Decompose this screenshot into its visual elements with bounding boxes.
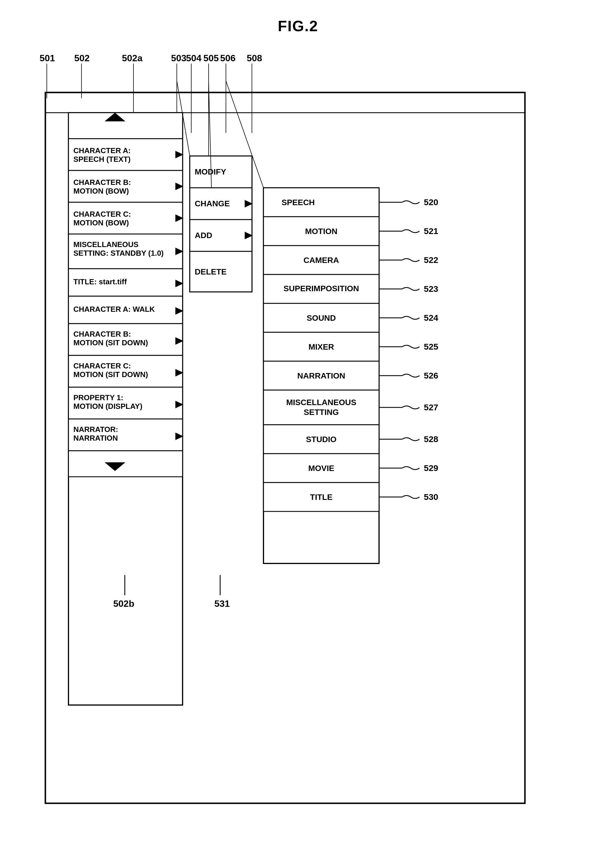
svg-line-124 — [209, 81, 211, 188]
svg-text:502a: 502a — [122, 53, 142, 63]
svg-text:529: 529 — [424, 463, 438, 473]
svg-rect-46 — [68, 356, 183, 387]
svg-rect-17 — [45, 93, 525, 113]
svg-text:503: 503 — [171, 53, 186, 63]
svg-rect-75 — [264, 217, 379, 246]
svg-text:521: 521 — [424, 226, 438, 236]
svg-text:501: 501 — [40, 53, 55, 63]
svg-rect-72 — [264, 188, 379, 564]
svg-text:CHARACTER B:: CHARACTER B: — [74, 330, 131, 338]
svg-text:MOTION (SIT DOWN): MOTION (SIT DOWN) — [74, 370, 148, 379]
svg-rect-28 — [68, 202, 183, 234]
svg-text:MOTION: MOTION — [305, 227, 338, 236]
svg-text:530: 530 — [424, 492, 438, 502]
annotations-svg: 501 502 502a 503 504 505 506 508 — [24, 46, 572, 855]
svg-text:NARRATION: NARRATION — [74, 434, 118, 442]
svg-text:SETTING: STANDBY (1.0): SETTING: STANDBY (1.0) — [74, 249, 164, 257]
svg-rect-77 — [264, 246, 379, 275]
svg-rect-67 — [190, 220, 252, 251]
svg-text:MOTION (BOW): MOTION (BOW) — [74, 218, 129, 227]
svg-rect-42 — [68, 323, 183, 356]
svg-rect-70 — [190, 251, 252, 292]
svg-text:502b: 502b — [113, 598, 134, 609]
svg-text:525: 525 — [424, 342, 438, 351]
svg-marker-31 — [176, 214, 183, 222]
svg-rect-18 — [68, 113, 183, 705]
svg-text:MODIFY: MODIFY — [195, 167, 226, 176]
svg-text:524: 524 — [424, 313, 438, 322]
svg-text:505: 505 — [204, 53, 219, 63]
svg-rect-61 — [190, 156, 252, 292]
svg-text:CHARACTER A:: CHARACTER A: — [74, 146, 131, 155]
svg-text:STUDIO: STUDIO — [306, 435, 336, 444]
svg-text:TITLE: start.tiff: TITLE: start.tiff — [74, 278, 127, 286]
svg-rect-54 — [68, 419, 183, 451]
svg-text:508: 508 — [247, 53, 262, 63]
svg-text:SPEECH: SPEECH — [282, 198, 314, 207]
svg-text:PROPERTY 1:: PROPERTY 1: — [74, 393, 123, 402]
svg-rect-50 — [68, 387, 183, 419]
svg-text:TITLE: TITLE — [310, 493, 332, 502]
svg-marker-38 — [176, 280, 183, 287]
svg-marker-57 — [176, 433, 183, 440]
svg-text:SOUND: SOUND — [307, 313, 336, 322]
svg-text:527: 527 — [424, 403, 438, 412]
svg-rect-39 — [68, 296, 183, 323]
svg-text:CHARACTER A: WALK: CHARACTER A: WALK — [74, 305, 155, 313]
svg-rect-32 — [68, 234, 183, 269]
svg-text:523: 523 — [424, 284, 438, 294]
svg-text:CHARACTER C:: CHARACTER C: — [74, 362, 131, 370]
diagram: 501 502 502a 503 504 505 506 508 — [24, 46, 572, 69]
svg-rect-83 — [264, 332, 379, 361]
svg-text:528: 528 — [424, 434, 438, 444]
svg-rect-19 — [68, 113, 183, 139]
svg-text:CHARACTER C:: CHARACTER C: — [74, 210, 131, 218]
svg-marker-41 — [176, 307, 183, 314]
svg-text:MOTION (BOW): MOTION (BOW) — [74, 187, 129, 195]
svg-rect-16 — [45, 93, 525, 803]
svg-text:SETTING: SETTING — [304, 408, 339, 417]
page-container: FIG.2 501 502 502a 503 504 505 — [0, 0, 596, 69]
svg-rect-85 — [264, 361, 379, 390]
svg-text:MISCELLANEOUS: MISCELLANEOUS — [74, 240, 139, 249]
svg-rect-87 — [264, 390, 379, 425]
svg-text:CAMERA: CAMERA — [303, 256, 339, 265]
svg-text:502: 502 — [74, 53, 90, 63]
svg-line-125 — [226, 81, 264, 188]
svg-text:DELETE: DELETE — [195, 267, 227, 276]
svg-text:MOTION (DISPLAY): MOTION (DISPLAY) — [74, 402, 142, 410]
svg-rect-36 — [68, 269, 183, 296]
svg-text:504: 504 — [186, 53, 202, 63]
svg-text:NARRATION: NARRATION — [297, 371, 345, 380]
svg-marker-53 — [176, 401, 183, 408]
page-title: FIG.2 — [0, 0, 596, 46]
svg-marker-27 — [176, 183, 183, 190]
svg-text:531: 531 — [214, 598, 230, 609]
svg-marker-49 — [176, 369, 183, 376]
svg-marker-60 — [105, 462, 125, 471]
svg-rect-24 — [68, 170, 183, 202]
svg-text:CHARACTER B:: CHARACTER B: — [74, 178, 131, 187]
svg-marker-69 — [245, 232, 253, 239]
svg-rect-58 — [68, 451, 183, 477]
svg-marker-35 — [176, 248, 183, 255]
svg-rect-79 — [264, 275, 379, 303]
svg-text:SUPERIMPOSITION: SUPERIMPOSITION — [283, 284, 359, 293]
svg-text:MIXER: MIXER — [308, 342, 334, 351]
svg-rect-73 — [264, 188, 379, 217]
svg-rect-81 — [264, 303, 379, 332]
svg-text:MOVIE: MOVIE — [308, 464, 334, 473]
svg-rect-20 — [68, 139, 183, 170]
svg-text:522: 522 — [424, 255, 438, 265]
svg-text:SPEECH (TEXT): SPEECH (TEXT) — [74, 155, 131, 164]
svg-marker-23 — [176, 151, 183, 158]
svg-rect-64 — [190, 188, 252, 220]
svg-marker-66 — [245, 200, 253, 207]
svg-text:ADD: ADD — [195, 231, 212, 240]
svg-text:526: 526 — [424, 371, 438, 380]
svg-line-123 — [177, 81, 190, 156]
svg-rect-90 — [264, 425, 379, 454]
svg-rect-62 — [190, 156, 252, 188]
svg-text:NARRATOR:: NARRATOR: — [74, 425, 118, 434]
svg-rect-92 — [264, 454, 379, 483]
